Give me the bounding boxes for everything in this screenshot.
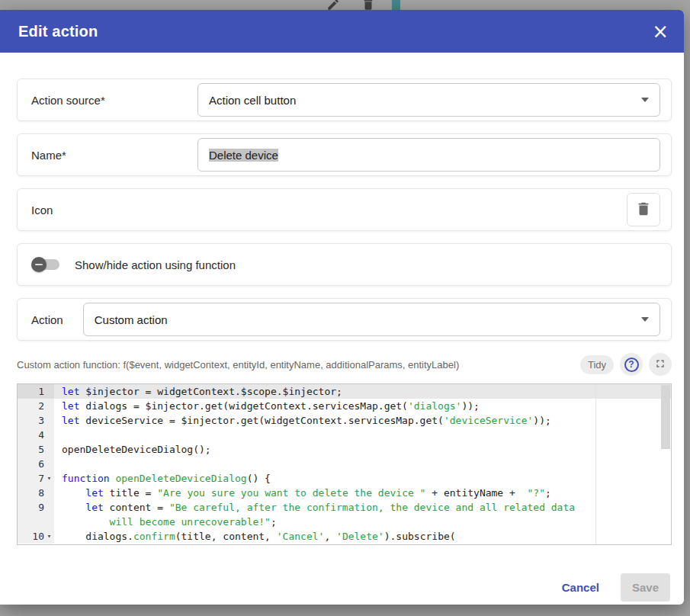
code-line[interactable]: 5openDeleteDeviceDialog(); <box>18 442 671 457</box>
code-line-text[interactable] <box>54 428 671 442</box>
icon-picker-button[interactable] <box>627 193 660 226</box>
gutter-line-number: 10▾ <box>18 529 54 544</box>
editor-scrollbar-thumb[interactable] <box>661 385 670 449</box>
help-button[interactable]: ? <box>620 353 643 376</box>
code-line-text[interactable]: function openDeleteDeviceDialog() { <box>54 471 671 486</box>
gutter-line-number: 4 <box>18 428 54 442</box>
gutter-line-number: 6 <box>18 457 54 471</box>
code-line[interactable]: 1let $injector = widgetContext.$scope.$i… <box>18 384 671 399</box>
gutter-line-number: 1 <box>18 384 54 399</box>
code-line-text[interactable]: let dialogs = $injector.get(widgetContex… <box>54 399 671 413</box>
edit-action-dialog: Edit action × Action source* Action cell… <box>0 10 684 605</box>
action-source-label: Action source* <box>31 94 197 107</box>
code-line[interactable]: 3let deviceService = $injector.get(widge… <box>18 413 671 428</box>
fullscreen-button[interactable] <box>649 353 672 376</box>
code-line[interactable]: 4 <box>18 428 671 442</box>
action-source-value: Action cell button <box>209 94 296 107</box>
action-source-select[interactable]: Action cell button <box>197 83 660 117</box>
icon-card: Icon <box>17 188 672 231</box>
code-line[interactable]: 10▾ dialogs.confirm(title, content, 'Can… <box>18 529 671 544</box>
action-label: Action <box>31 313 63 326</box>
fullscreen-icon <box>654 358 666 372</box>
gutter-line-number: 2 <box>18 399 54 413</box>
show-hide-card: Show/hide action using function <box>17 243 672 286</box>
chevron-down-icon <box>641 98 649 102</box>
gutter-line-number: 5 <box>18 442 54 457</box>
help-icon: ? <box>624 358 639 372</box>
icon-label: Icon <box>31 204 53 217</box>
show-hide-label: Show/hide action using function <box>75 258 236 271</box>
show-hide-toggle[interactable] <box>31 257 60 272</box>
background-teal-strip <box>392 0 400 11</box>
code-editor-rows: 1let $injector = widgetContext.$scope.$i… <box>18 384 671 544</box>
toggle-thumb <box>31 257 47 272</box>
close-button[interactable]: × <box>652 21 669 41</box>
code-line[interactable]: 6 <box>18 457 671 471</box>
chevron-down-icon <box>641 317 649 322</box>
code-editor[interactable]: 1let $injector = widgetContext.$scope.$i… <box>17 383 672 545</box>
name-card: Name* Delete device <box>17 133 672 176</box>
custom-function-header: Custom action function: f($event, widget… <box>17 353 672 376</box>
code-line-text[interactable] <box>54 457 671 471</box>
save-button[interactable]: Save <box>621 573 670 602</box>
gutter-line-number: 9 <box>18 500 54 515</box>
code-line-text[interactable]: will become unrecoverable!"; <box>54 515 671 529</box>
code-line[interactable]: will become unrecoverable!"; <box>18 515 671 529</box>
action-source-card: Action source* Action cell button <box>17 79 672 121</box>
code-line-text[interactable]: let title = "Are you sure you want to de… <box>54 486 671 500</box>
name-input[interactable]: Delete device <box>197 138 660 172</box>
code-line-text[interactable]: let deviceService = $injector.get(widget… <box>54 413 671 428</box>
code-line[interactable]: 9 let content = "Be careful, after the c… <box>18 500 671 515</box>
gutter-line-number: 8 <box>18 486 54 500</box>
cancel-button[interactable]: Cancel <box>557 580 604 595</box>
dialog-body: Action source* Action cell button Name* … <box>0 53 684 545</box>
code-line-text[interactable]: let $injector = widgetContext.$scope.$in… <box>54 384 671 399</box>
action-card: Action Custom action <box>17 298 672 341</box>
minus-icon <box>35 264 43 265</box>
dialog-footer: Cancel Save <box>557 573 670 602</box>
dialog-title: Edit action <box>18 23 98 40</box>
gutter-line-number: 7▾ <box>18 471 54 486</box>
dialog-header: Edit action × <box>0 10 684 53</box>
code-line-text[interactable]: dialogs.confirm(title, content, 'Cancel'… <box>54 529 671 544</box>
close-icon: × <box>652 20 669 43</box>
fold-arrow-icon[interactable]: ▾ <box>44 471 54 486</box>
fold-arrow-icon[interactable]: ▾ <box>44 529 54 544</box>
name-label: Name* <box>31 149 197 162</box>
gutter-line-number: 3 <box>18 413 54 428</box>
code-line[interactable]: 7▾function openDeleteDeviceDialog() { <box>18 471 671 486</box>
action-select[interactable]: Custom action <box>83 303 660 336</box>
code-line-text[interactable]: openDeleteDeviceDialog(); <box>54 442 671 457</box>
gutter-line-number <box>18 515 54 529</box>
name-input-value: Delete device <box>209 149 278 162</box>
trash-icon <box>635 201 652 220</box>
code-line-text[interactable]: let content = "Be careful, after the con… <box>54 500 671 515</box>
custom-function-caption: Custom action function: f($event, widget… <box>17 359 573 371</box>
tidy-button[interactable]: Tidy <box>580 355 614 374</box>
print-margin-line <box>595 384 596 544</box>
action-value: Custom action <box>95 313 168 326</box>
code-line[interactable]: 2let dialogs = $injector.get(widgetConte… <box>18 399 671 413</box>
code-line[interactable]: 8 let title = "Are you sure you want to … <box>18 486 671 500</box>
